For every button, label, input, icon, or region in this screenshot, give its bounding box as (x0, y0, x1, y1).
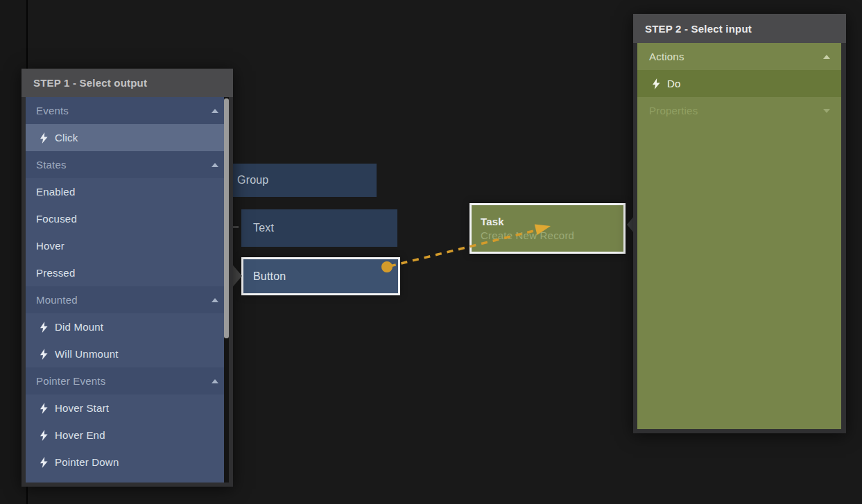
lightning-icon (653, 78, 660, 89)
step2-panel-header: STEP 2 - Select input (633, 14, 846, 43)
layer-node-button[interactable]: Button (241, 257, 400, 295)
list-item-hover-start[interactable]: Hover Start (26, 394, 229, 422)
task-node-title: Task (472, 216, 504, 227)
list-item-hover[interactable]: Hover (26, 232, 229, 259)
list-item-do[interactable]: Do (637, 70, 841, 97)
section-header-events[interactable]: Events (26, 97, 229, 124)
collapse-up-icon (212, 298, 218, 302)
step2-list: Actions Do Properties (637, 43, 841, 429)
collapse-down-icon (823, 109, 830, 113)
section-header-pointer-events[interactable]: Pointer Events (26, 367, 229, 394)
list-item-enabled[interactable]: Enabled (26, 178, 229, 205)
step1-panel-title: STEP 1 - Select output (21, 77, 147, 89)
layer-node-text[interactable]: Text (241, 209, 397, 247)
section-header-mounted[interactable]: Mounted (26, 286, 229, 313)
list-item-click[interactable]: Click (26, 124, 229, 151)
scrollbar-track[interactable] (224, 97, 229, 483)
lightning-icon (40, 457, 48, 468)
list-item-will-unmount[interactable]: Will Unmount (26, 340, 229, 367)
lightning-icon (40, 322, 48, 333)
node-label: Button (243, 270, 286, 283)
list-item-hover-end[interactable]: Hover End (26, 422, 229, 449)
list-item-pressed[interactable]: Pressed (26, 259, 229, 286)
collapse-up-icon (212, 109, 218, 113)
section-header-actions[interactable]: Actions (637, 43, 841, 70)
step1-panel: STEP 1 - Select output Events Click Stat… (21, 69, 233, 487)
lightning-icon (40, 132, 48, 144)
task-node[interactable]: Task Create New Record (469, 203, 626, 254)
step1-list: Events Click States Enabled Focused Hove… (26, 97, 229, 483)
list-item-focused[interactable]: Focused (26, 205, 229, 232)
lightning-icon (40, 430, 48, 441)
lightning-icon (40, 349, 48, 360)
node-label: Text (241, 222, 274, 234)
step2-panel: STEP 2 - Select input Actions Do Propert… (633, 14, 846, 433)
list-item-did-mount[interactable]: Did Mount (26, 313, 229, 340)
collapse-up-icon (212, 163, 218, 167)
lightning-icon (40, 403, 48, 414)
scrollbar-thumb[interactable] (224, 98, 229, 338)
section-header-states[interactable]: States (26, 151, 229, 178)
flow-editor-canvas: Group Text Button Task Create New Record… (0, 0, 862, 504)
step1-panel-header: STEP 1 - Select output (21, 69, 233, 97)
step2-panel-title: STEP 2 - Select input (633, 23, 752, 35)
list-item-pointer-down[interactable]: Pointer Down (26, 449, 229, 476)
section-header-properties[interactable]: Properties (637, 97, 841, 124)
task-node-subtitle: Create New Record (472, 229, 574, 241)
collapse-up-icon (823, 55, 830, 59)
collapse-up-icon (212, 379, 218, 383)
